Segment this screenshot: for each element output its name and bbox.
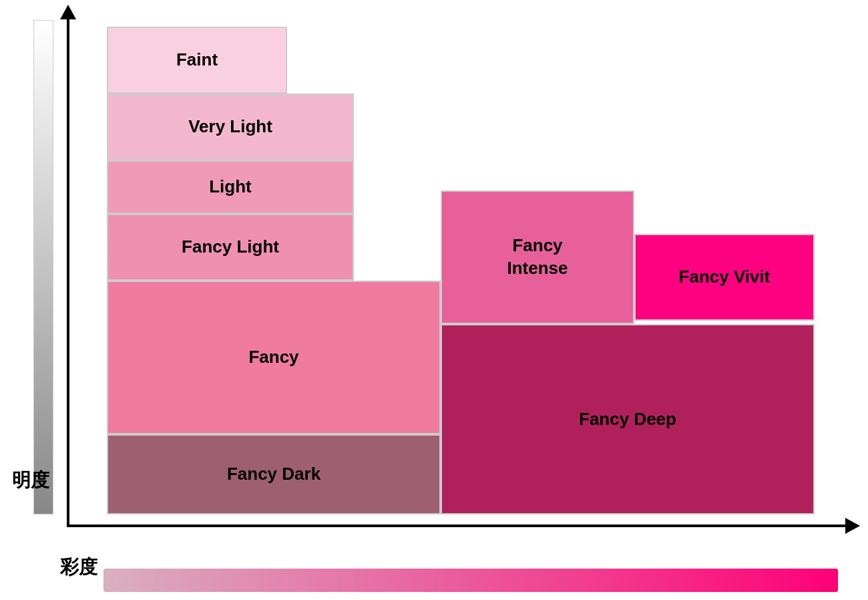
block-light: Light [107,160,354,214]
block-fancy-intense: FancyIntense [441,190,634,324]
block-fancy-deep-label: Fancy Deep [579,408,676,431]
block-fancy-dark: Fancy Dark [107,434,441,514]
block-fancy-intense-label: FancyIntense [507,235,568,280]
y-axis-label: 明度 [12,468,49,493]
block-fancy-vivit: Fancy Vivit [634,234,815,321]
block-fancy-light: Fancy Light [107,214,354,281]
block-faint: Faint [107,27,287,94]
block-very-light-label: Very Light [188,116,272,138]
chroma-gradient-bar [103,569,838,592]
block-faint-label: Faint [176,49,218,71]
x-axis [67,524,848,527]
block-light-label: Light [209,176,252,198]
x-axis-label: 彩度 [60,555,97,580]
chart-area: Faint Very Light Light Fancy Light Fancy… [87,20,841,524]
lightness-gradient-bar [33,20,53,514]
block-fancy-label: Fancy [248,346,298,369]
block-fancy: Fancy [107,281,441,434]
block-fancy-deep: Fancy Deep [441,324,815,514]
block-fancy-vivit-label: Fancy Vivit [679,266,771,289]
block-very-light: Very Light [107,94,354,160]
main-area: 明度 彩度 Faint Very Light Light Fancy Light… [0,0,868,600]
block-fancy-light-label: Fancy Light [182,236,279,259]
block-fancy-dark-label: Fancy Dark [227,463,320,486]
y-axis [67,17,69,524]
